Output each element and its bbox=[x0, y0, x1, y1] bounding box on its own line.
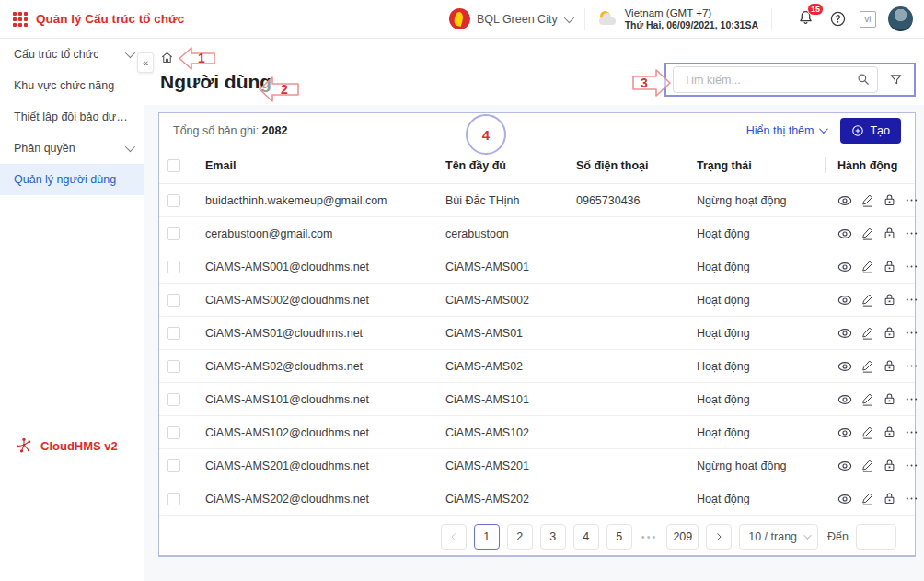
more-actions-button[interactable] bbox=[905, 260, 918, 273]
column-header-phone[interactable]: Số điện thoại bbox=[576, 147, 697, 183]
edit-button[interactable] bbox=[860, 359, 874, 373]
more-actions-button[interactable] bbox=[905, 459, 918, 472]
top-bar: Quản lý Cấu trúc tổ chức BQL Green City … bbox=[0, 0, 924, 39]
row-checkbox[interactable] bbox=[167, 227, 180, 240]
lock-button[interactable] bbox=[883, 193, 896, 207]
divider bbox=[771, 8, 772, 30]
view-button[interactable] bbox=[837, 459, 852, 473]
cell-status: Hoạt động bbox=[697, 294, 825, 307]
edit-button[interactable] bbox=[860, 260, 874, 273]
sidebar-item-phan-quyen[interactable]: Phân quyền bbox=[0, 133, 144, 164]
lock-button[interactable] bbox=[883, 359, 896, 373]
edit-button[interactable] bbox=[860, 227, 874, 240]
view-button[interactable] bbox=[837, 359, 852, 374]
pagination-page-3[interactable]: 3 bbox=[540, 524, 566, 550]
more-actions-button[interactable] bbox=[905, 425, 918, 439]
help-button[interactable] bbox=[830, 11, 846, 27]
view-button[interactable] bbox=[837, 260, 852, 274]
show-more-link[interactable]: Hiển thị thêm bbox=[746, 124, 826, 137]
more-actions-button[interactable] bbox=[905, 193, 918, 207]
lock-icon bbox=[883, 193, 896, 207]
page-size-select[interactable]: 10 / trang bbox=[739, 524, 818, 550]
sidebar-item-thiet-lap-doi-bao-duong[interactable]: Thiết lập đội bảo dưỡng khu ... bbox=[0, 101, 144, 133]
breadcrumb[interactable] bbox=[160, 51, 174, 68]
lock-button[interactable] bbox=[883, 425, 896, 439]
more-actions-button[interactable] bbox=[905, 392, 918, 406]
pagination-page-5[interactable]: 5 bbox=[606, 524, 632, 550]
edit-button[interactable] bbox=[860, 492, 874, 505]
cell-status: Hoạt động bbox=[697, 261, 825, 273]
pagination-page-last[interactable]: 209 bbox=[666, 524, 699, 550]
lock-button[interactable] bbox=[883, 260, 896, 273]
edit-button[interactable] bbox=[860, 293, 874, 307]
filter-button[interactable] bbox=[882, 66, 909, 93]
edit-button[interactable] bbox=[860, 326, 874, 340]
view-button[interactable] bbox=[837, 326, 852, 341]
app-grid-icon[interactable] bbox=[13, 12, 28, 27]
home-icon bbox=[160, 51, 174, 64]
pagination-page-4[interactable]: 4 bbox=[573, 524, 599, 550]
search-icon[interactable] bbox=[857, 73, 870, 89]
jump-to-page-input[interactable] bbox=[856, 524, 896, 550]
edit-button[interactable] bbox=[860, 193, 874, 207]
edit-button[interactable] bbox=[860, 459, 874, 472]
language-switcher[interactable]: vi bbox=[860, 11, 876, 28]
row-checkbox[interactable] bbox=[167, 360, 180, 373]
sidebar-item-quan-ly-nguoi-dung[interactable]: Quản lý người dùng bbox=[0, 164, 144, 195]
column-header-full-name[interactable]: Tên đầy đủ bbox=[445, 147, 576, 183]
row-checkbox[interactable] bbox=[167, 261, 180, 273]
pagination-ellipsis[interactable]: ••• bbox=[641, 531, 658, 542]
search-input[interactable] bbox=[673, 66, 878, 93]
cell-actions bbox=[825, 459, 918, 473]
view-button[interactable] bbox=[837, 492, 852, 506]
eye-icon bbox=[837, 293, 852, 308]
row-checkbox[interactable] bbox=[167, 493, 180, 505]
column-header-status[interactable]: Trạng thái bbox=[697, 147, 825, 183]
org-selector[interactable]: BQL Green City bbox=[449, 8, 572, 29]
row-checkbox[interactable] bbox=[167, 327, 180, 340]
user-avatar[interactable] bbox=[888, 6, 913, 31]
chevron-down-icon bbox=[803, 531, 811, 539]
lock-button[interactable] bbox=[883, 392, 896, 406]
more-actions-button[interactable] bbox=[905, 227, 918, 240]
cell-actions bbox=[825, 392, 918, 407]
more-actions-button[interactable] bbox=[905, 492, 918, 505]
select-all-checkbox[interactable] bbox=[167, 159, 180, 172]
lock-button[interactable] bbox=[883, 459, 896, 472]
pagination: 1 2 3 4 5 ••• 209 10 / trang Đến bbox=[159, 516, 915, 558]
pagination-page-2[interactable]: 2 bbox=[507, 524, 533, 550]
lock-button[interactable] bbox=[883, 326, 896, 340]
column-header-email[interactable]: Email bbox=[205, 147, 445, 183]
row-checkbox[interactable] bbox=[167, 294, 180, 307]
more-actions-button[interactable] bbox=[905, 326, 918, 340]
row-checkbox[interactable] bbox=[167, 459, 180, 472]
cell-email: CiAMS-AMS02@cloudhms.net bbox=[205, 360, 445, 373]
sidebar: Cấu trúc tổ chức Khu vực chức năng Thiết… bbox=[0, 39, 144, 581]
lock-button[interactable] bbox=[883, 227, 896, 240]
row-checkbox[interactable] bbox=[167, 426, 180, 439]
sidebar-collapse-button[interactable]: « bbox=[137, 52, 154, 73]
row-checkbox[interactable] bbox=[167, 194, 180, 207]
more-actions-button[interactable] bbox=[905, 359, 918, 373]
pagination-page-1[interactable]: 1 bbox=[474, 524, 500, 550]
view-button[interactable] bbox=[837, 227, 852, 241]
view-button[interactable] bbox=[837, 293, 852, 308]
more-actions-button[interactable] bbox=[905, 293, 918, 307]
view-button[interactable] bbox=[837, 425, 852, 440]
sidebar-item-khu-vuc-chuc-nang[interactable]: Khu vực chức năng bbox=[0, 70, 144, 101]
row-checkbox[interactable] bbox=[167, 393, 180, 406]
view-button[interactable] bbox=[837, 193, 852, 208]
edit-button[interactable] bbox=[860, 392, 874, 406]
lock-button[interactable] bbox=[883, 492, 896, 505]
view-button[interactable] bbox=[837, 392, 852, 407]
edit-button[interactable] bbox=[860, 425, 874, 439]
pagination-next-button[interactable] bbox=[706, 524, 732, 550]
question-circle-icon bbox=[830, 11, 846, 27]
notifications-button[interactable]: 15 bbox=[798, 9, 814, 29]
eye-icon bbox=[837, 359, 852, 374]
lock-button[interactable] bbox=[883, 293, 896, 307]
sidebar-item-cau-truc-to-chuc[interactable]: Cấu trúc tổ chức bbox=[0, 39, 144, 70]
pagination-prev-button[interactable] bbox=[441, 524, 467, 550]
create-button[interactable]: Tạo bbox=[840, 118, 901, 144]
table-row: CiAMS-AMS201@cloudhms.net CiAMS-AMS201 N… bbox=[159, 449, 915, 482]
